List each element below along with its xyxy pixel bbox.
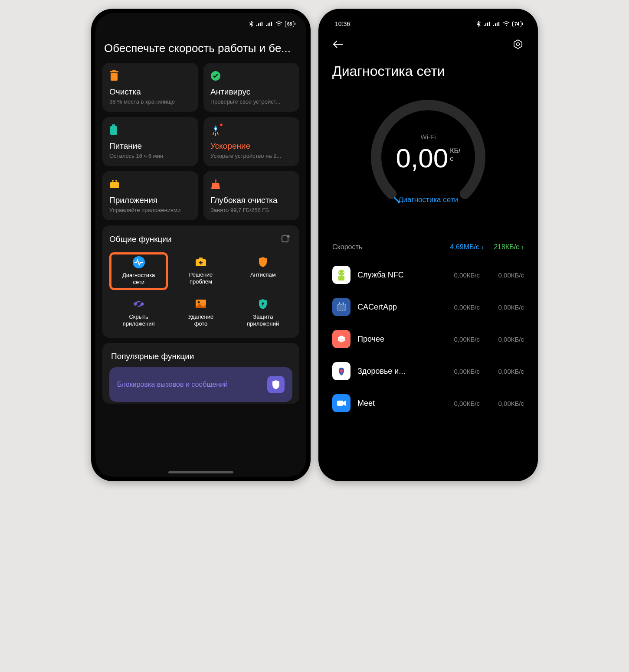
svg-point-7 [215,128,217,130]
bluetooth-icon [476,21,481,27]
app-row[interactable]: Здоровье и... 0,00КБ/с 0,00КБ/с [332,355,524,387]
gauge-network-type: Wi-Fi [421,133,436,140]
svg-marker-23 [514,40,522,49]
speed-gauge: Wi-Fi 0,00 КБ/с Диагностика сети [323,84,534,233]
svg-point-10 [115,180,117,182]
func-label: Удаление фото [188,313,214,328]
app-icon [332,298,351,316]
svg-point-30 [339,303,341,304]
card-title: Глубокая очистка [210,196,292,205]
battery-indicator: 68 [285,21,294,27]
app-down: 0,00КБ/с [442,400,480,407]
edit-icon[interactable] [278,232,292,246]
app-up: 0,00КБ/с [487,368,524,375]
card-antivirus[interactable]: Антивирус Проверьте свое устройст... [203,63,299,112]
svg-rect-11 [215,179,216,183]
func-delete-photos[interactable]: Удаление фото [171,294,230,331]
app-icon [332,394,351,412]
app-icon [332,330,351,348]
app-up: 0,00КБ/с [487,303,524,311]
func-hide-apps[interactable]: Скрыть приложения [109,294,168,331]
home-indicator[interactable] [168,471,233,473]
svg-rect-2 [110,71,118,72]
func-label: Решение проблем [189,271,213,286]
speed-summary: Скорость 4,69МБ/с ↓ 218КБ/с ↑ [323,233,534,259]
card-title: Питание [109,141,191,151]
signal-icon [493,21,500,26]
svg-rect-6 [112,124,115,126]
popular-label: Блокировка вызовов и сообщений [117,381,228,388]
medkit-icon [195,257,207,267]
svg-point-0 [278,25,279,26]
shield-icon [258,256,268,267]
card-subtitle: Ускорьте устройство на 2... [210,153,292,159]
svg-point-26 [339,272,341,273]
status-bar: 68 [95,16,306,32]
svg-rect-1 [111,73,118,81]
page-title: Диагностика сети [323,51,534,84]
svg-point-19 [197,301,200,303]
card-subtitle: Проверьте свое устройст... [210,98,292,105]
common-functions-section: Общие функции Диагностика сети [102,225,299,338]
card-title: Очистка [109,87,191,97]
shield-lock-icon [258,298,268,310]
svg-point-24 [517,43,520,46]
func-label: Скрыть приложения [123,313,155,328]
func-troubleshoot[interactable]: Решение проблем [171,252,230,290]
status-time: 10:36 [335,20,350,27]
func-network-diag[interactable]: Диагностика сети [109,252,168,290]
check-circle-icon [210,71,221,81]
page-title: Обеспечьте скорость работы и бе... [102,32,299,63]
app-up: 0,00КБ/с [487,336,524,343]
svg-rect-29 [337,304,346,310]
bluetooth-icon [249,21,254,27]
card-power[interactable]: Питание Осталось 16 ч 6 мин [102,117,198,166]
func-app-protect[interactable]: Защита приложений [234,294,292,331]
popular-call-block[interactable]: Блокировка вызовов и сообщений [109,367,292,402]
app-row[interactable]: Служба NFC 0,00КБ/с 0,00КБ/с [332,259,524,291]
wifi-icon [503,21,510,26]
popular-functions-section: Популярные функции Блокировка вызовов и … [102,343,299,404]
app-down: 0,00КБ/с [442,368,480,375]
card-deep-clean[interactable]: Глубокая очистка Занято 99,7 ГБ/256 ГБ [203,171,299,220]
func-label: Антиспам [250,271,276,278]
card-cleanup[interactable]: Очистка 38 % места в хранилище [102,63,198,112]
battery-indicator: 74 [512,21,521,27]
section-title: Популярные функции [109,350,292,367]
app-row[interactable]: Прочее 0,00КБ/с 0,00КБ/с [332,323,524,355]
app-name: CACertApp [357,303,436,312]
card-subtitle: Осталось 16 ч 6 мин [109,153,191,159]
card-apps[interactable]: Приложения Управляйте приложениями [102,171,198,220]
svg-rect-15 [199,258,203,259]
app-icon [332,362,351,380]
settings-icon[interactable] [511,37,525,51]
app-icon [332,266,351,284]
gauge-value: 0,00 [396,143,449,173]
gauge-unit: КБ/с [450,147,460,163]
app-name: Meet [357,399,436,408]
back-button[interactable] [331,37,345,51]
status-bar: 10:36 74 [323,16,534,32]
svg-rect-8 [110,182,119,188]
battery-icon [109,124,118,136]
app-row[interactable]: Meet 0,00КБ/с 0,00КБ/с [332,387,524,419]
gauge-diag-link[interactable]: Диагностика сети [398,196,458,204]
svg-rect-28 [338,276,344,281]
card-title: Ускорение [210,141,292,151]
svg-point-22 [506,25,507,26]
app-up: 0,00КБ/с [487,271,524,279]
speed-download: 4,69МБ/с ↓ [450,243,484,251]
card-subtitle: Управляйте приложениями [109,207,191,213]
signal-icon [256,21,263,26]
app-row[interactable]: CACertApp 0,00КБ/с 0,00КБ/с [332,291,524,323]
app-name: Прочее [357,335,436,344]
speed-label: Скорость [332,243,362,251]
speed-upload: 218КБ/с ↑ [494,243,524,251]
card-subtitle: Занято 99,7 ГБ/256 ГБ [210,207,292,213]
card-boost[interactable]: Ускорение Ускорьте устройство на 2... [203,117,299,166]
svg-rect-5 [110,126,117,135]
card-subtitle: 38 % места в хранилище [109,98,191,105]
eye-off-icon [132,299,145,309]
func-antispam[interactable]: Антиспам [234,252,292,290]
svg-point-27 [343,272,344,273]
